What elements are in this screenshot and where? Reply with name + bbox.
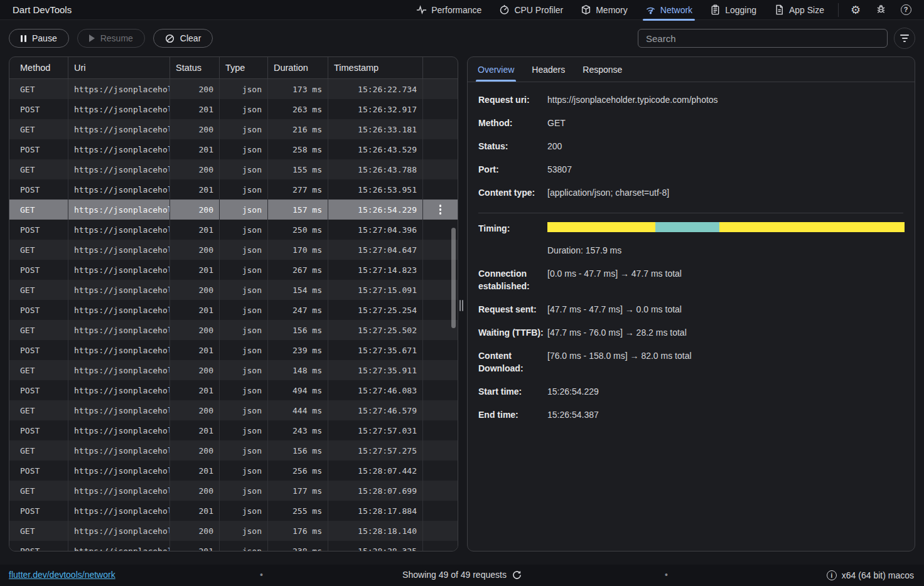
table-cell: 15:26:22.734 — [328, 79, 423, 99]
tab-performance[interactable]: Performance — [407, 0, 490, 20]
table-cell: 15:27:25.502 — [328, 320, 423, 340]
tab-logging[interactable]: Logging — [701, 0, 765, 20]
tab-overview[interactable]: Overview — [469, 57, 523, 82]
table-cell: 177 ms — [268, 481, 328, 501]
table-row[interactable]: GEThttps://jsonplaceholde200json173 ms15… — [9, 79, 458, 99]
table-cell: 255 ms — [268, 501, 328, 521]
column-header[interactable]: Method — [9, 57, 68, 78]
table-cell: 201 — [170, 99, 220, 119]
row-actions-cell — [423, 99, 458, 119]
table-row[interactable]: GEThttps://jsonplaceholde200json157 ms15… — [9, 200, 458, 220]
field-label: Port: — [478, 163, 547, 176]
table-cell: https://jsonplaceholde — [68, 440, 170, 461]
table-cell: 201 — [170, 541, 220, 551]
table-cell: POST — [9, 220, 68, 240]
cpu-profiler-icon — [499, 4, 510, 15]
table-row[interactable]: POSThttps://jsonplaceholde201json239 ms1… — [9, 340, 458, 360]
table-row[interactable]: POSThttps://jsonplaceholde201json243 ms1… — [9, 420, 458, 440]
table-row[interactable]: GEThttps://jsonplaceholde200json176 ms15… — [9, 521, 458, 541]
table-cell: 15:28:17.884 — [328, 501, 423, 521]
tab-memory[interactable]: Memory — [572, 0, 637, 20]
column-header[interactable]: Uri — [68, 57, 170, 78]
table-row[interactable]: GEThttps://jsonplaceholde200json156 ms15… — [9, 440, 458, 461]
table-row[interactable]: GEThttps://jsonplaceholde200json154 ms15… — [9, 280, 458, 300]
table-row[interactable]: POSThttps://jsonplaceholde201json258 ms1… — [9, 139, 458, 159]
column-header[interactable]: Timestamp — [328, 57, 423, 78]
table-row[interactable]: POSThttps://jsonplaceholde201json263 ms1… — [9, 99, 458, 119]
table-row[interactable]: GEThttps://jsonplaceholde200json155 ms15… — [9, 159, 458, 179]
table-row[interactable]: POSThttps://jsonplaceholde201json494 ms1… — [9, 380, 458, 400]
table-cell: 15:27:04.396 — [328, 220, 423, 240]
table-row[interactable]: GEThttps://jsonplaceholde200json170 ms15… — [9, 240, 458, 260]
topbar-divider — [838, 3, 839, 17]
filter-button[interactable] — [894, 28, 915, 49]
tab-headers[interactable]: Headers — [523, 57, 574, 82]
table-cell: json — [220, 139, 268, 159]
tab-network[interactable]: Network — [637, 0, 701, 20]
network-toolbar: Pause Resume Clear — [9, 29, 915, 48]
table-cell: 15:26:32.917 — [328, 99, 423, 119]
table-row[interactable]: GEThttps://jsonplaceholde200json156 ms15… — [9, 320, 458, 340]
row-actions-cell — [423, 541, 458, 551]
table-cell: 201 — [170, 179, 220, 200]
field-value: Duration: 157.9 ms — [547, 244, 903, 257]
table-cell: https://jsonplaceholde — [68, 360, 170, 380]
table-row[interactable]: POSThttps://jsonplaceholde201json247 ms1… — [9, 300, 458, 320]
field-label: Waiting (TTFB): — [478, 326, 547, 339]
table-row[interactable]: GEThttps://jsonplaceholde200json444 ms15… — [9, 400, 458, 420]
column-header[interactable] — [423, 57, 458, 78]
table-cell: https://jsonplaceholde — [68, 541, 170, 551]
table-cell: 15:27:25.254 — [328, 300, 423, 320]
column-header[interactable]: Status — [170, 57, 220, 78]
clear-button[interactable]: Clear — [153, 29, 213, 48]
table-cell: 200 — [170, 521, 220, 541]
table-cell: 201 — [170, 260, 220, 280]
settings-button[interactable]: ⚙ — [847, 2, 864, 18]
timing-segment — [719, 222, 905, 232]
info-icon[interactable]: i — [827, 570, 837, 580]
field-content-type: Content type: [application/json; charset… — [478, 186, 903, 199]
table-cell: json — [220, 521, 268, 541]
requests-table-header: MethodUriStatusTypeDurationTimestamp — [9, 57, 458, 79]
table-row[interactable]: POSThttps://jsonplaceholde201json277 ms1… — [9, 179, 458, 200]
help-button[interactable]: ? — [898, 2, 914, 18]
table-cell: json — [220, 200, 268, 220]
tab-app-size[interactable]: App Size — [765, 0, 833, 20]
row-actions-cell — [423, 79, 458, 99]
table-cell: https://jsonplaceholde — [68, 200, 170, 220]
table-row[interactable]: POSThttps://jsonplaceholde201json238 ms1… — [9, 541, 458, 551]
overview-content: Request uri: https://jsonplaceholder.typ… — [468, 82, 915, 421]
resume-button[interactable]: Resume — [77, 29, 145, 48]
filter-icon — [900, 35, 909, 36]
table-row[interactable]: POSThttps://jsonplaceholde201json256 ms1… — [9, 461, 458, 481]
table-cell: POST — [9, 179, 68, 200]
table-cell: 157 ms — [268, 200, 328, 220]
platform-label: x64 (64 bit) macos — [842, 570, 914, 580]
table-cell: 200 — [170, 440, 220, 461]
column-header[interactable]: Type — [220, 57, 268, 78]
pause-button[interactable]: Pause — [9, 29, 69, 48]
table-row[interactable]: GEThttps://jsonplaceholde200json177 ms15… — [9, 481, 458, 501]
bug-icon — [876, 4, 886, 16]
tab-response[interactable]: Response — [574, 57, 631, 82]
panel-splitter[interactable] — [459, 300, 465, 311]
table-row[interactable]: POSThttps://jsonplaceholde201json267 ms1… — [9, 260, 458, 280]
table-scrollbar[interactable] — [451, 228, 456, 328]
timing-bar — [547, 222, 905, 232]
table-row[interactable]: POSThttps://jsonplaceholde201json250 ms1… — [9, 220, 458, 240]
row-menu-icon[interactable] — [437, 202, 444, 217]
table-cell: 200 — [170, 280, 220, 300]
table-row[interactable]: POSThttps://jsonplaceholde201json255 ms1… — [9, 501, 458, 521]
table-row[interactable]: GEThttps://jsonplaceholde200json216 ms15… — [9, 119, 458, 139]
status-bar: flutter.dev/devtools/network • Showing 4… — [0, 565, 924, 586]
table-cell: POST — [9, 340, 68, 360]
pause-label: Pause — [32, 33, 57, 43]
table-cell: json — [220, 340, 268, 360]
column-header[interactable]: Duration — [268, 57, 328, 78]
search-input[interactable] — [638, 29, 888, 48]
table-row[interactable]: GEThttps://jsonplaceholde200json148 ms15… — [9, 360, 458, 380]
refresh-icon[interactable] — [512, 570, 522, 580]
table-cell: 15:27:04.647 — [328, 240, 423, 260]
report-bug-button[interactable] — [873, 2, 889, 18]
tab-cpu-profiler[interactable]: CPU Profiler — [490, 0, 572, 20]
